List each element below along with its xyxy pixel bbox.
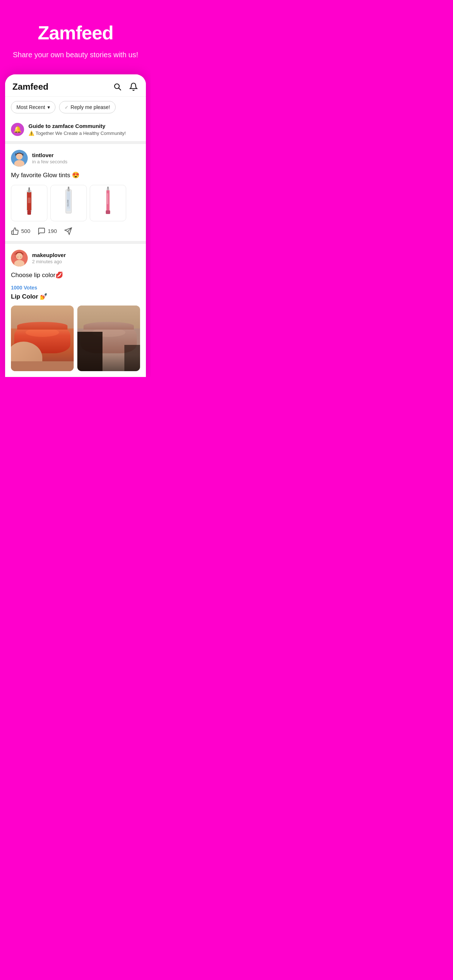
- post-username-1: tintlover: [32, 152, 140, 158]
- poll-image-orange-lip[interactable]: [11, 305, 74, 371]
- svg-rect-23: [107, 193, 108, 204]
- check-icon: ✓: [65, 105, 69, 110]
- share-button[interactable]: [64, 227, 72, 235]
- reply-filter-button[interactable]: ✓ Reply me please!: [59, 101, 116, 113]
- post-content-2: Choose lip color💋: [11, 271, 140, 280]
- post-card-2: makeuplover 2 minutes ago Choose lip col…: [5, 244, 146, 377]
- post-time-2: 2 minutes ago: [32, 259, 140, 264]
- post-content-1: My favorite Glow tints 😍: [11, 171, 140, 180]
- svg-rect-9: [28, 189, 30, 192]
- filter-bar: Most Recent ▾ ✓ Reply me please!: [5, 97, 146, 118]
- like-button[interactable]: 500: [11, 227, 30, 235]
- svg-rect-14: [67, 188, 70, 191]
- svg-point-30: [21, 256, 22, 258]
- hero-title: Zamfeed: [11, 22, 140, 44]
- post-user-info-2: makeuplover 2 minutes ago: [32, 252, 140, 264]
- avatar-tintlover: [11, 150, 28, 167]
- comment-button[interactable]: 190: [38, 227, 57, 235]
- hero-section: Zamfeed Share your own beauty stories wi…: [0, 0, 151, 75]
- hero-subtitle: Share your own beauty stories with us!: [11, 49, 140, 60]
- sort-filter-button[interactable]: Most Recent ▾: [11, 101, 56, 113]
- product-image-3[interactable]: [90, 185, 126, 221]
- poll-images: [11, 305, 140, 371]
- community-text: Guide to zamface Community ⚠️ Together W…: [29, 123, 140, 136]
- header-icons: [112, 82, 139, 92]
- votes-count: 1000 Votes: [11, 285, 140, 291]
- avatar-makeuplover: [11, 250, 28, 267]
- tint-bottle-red-svg: [20, 187, 38, 220]
- poll-title: Lip Color 💅: [11, 293, 140, 301]
- post-actions-1: 500 190: [11, 227, 140, 235]
- like-count: 500: [21, 228, 30, 234]
- app-card: Zamfeed Most Recent ▾ ✓ Reply me: [5, 75, 146, 377]
- svg-point-29: [18, 256, 19, 258]
- sort-arrow-icon: ▾: [48, 104, 50, 110]
- svg-point-27: [16, 253, 22, 259]
- svg-line-1: [119, 88, 121, 91]
- post-username-2: makeuplover: [32, 252, 140, 258]
- sort-filter-label: Most Recent: [16, 104, 45, 110]
- svg-rect-22: [107, 187, 109, 188]
- post-header-2: makeuplover 2 minutes ago: [11, 250, 140, 267]
- post-user-info-1: tintlover in a few seconds: [32, 152, 140, 164]
- app-logo: Zamfeed: [13, 82, 48, 92]
- community-banner: 🔔 Guide to zamface Community ⚠️ Together…: [5, 118, 146, 144]
- reply-filter-label: Reply me please!: [71, 104, 110, 110]
- comment-count: 190: [48, 228, 57, 234]
- svg-text:GLOW: GLOW: [67, 199, 69, 206]
- product-image-2[interactable]: GLOW: [50, 185, 87, 221]
- community-title: Guide to zamface Community: [29, 123, 140, 129]
- svg-rect-8: [27, 210, 31, 215]
- app-header: Zamfeed: [5, 75, 146, 97]
- product-image-1[interactable]: [11, 185, 48, 221]
- post-card-1: tintlover in a few seconds My favorite G…: [5, 144, 146, 244]
- search-icon[interactable]: [112, 82, 123, 92]
- svg-rect-11: [28, 197, 30, 203]
- tint-bottle-pink-svg: [99, 187, 117, 220]
- product-images: GLOW: [11, 185, 140, 221]
- post-time-1: in a few seconds: [32, 159, 140, 164]
- poll-image-nude-lip[interactable]: [77, 305, 140, 371]
- tint-bottle-clear-svg: GLOW: [59, 187, 78, 220]
- community-subtitle: ⚠️ Together We Create a Healthy Communit…: [29, 130, 140, 136]
- svg-rect-10: [29, 188, 30, 190]
- svg-rect-20: [106, 210, 110, 214]
- community-bell-icon: 🔔: [11, 123, 24, 136]
- notification-icon[interactable]: [128, 82, 139, 92]
- svg-rect-15: [68, 187, 69, 189]
- post-header-1: tintlover in a few seconds: [11, 150, 140, 167]
